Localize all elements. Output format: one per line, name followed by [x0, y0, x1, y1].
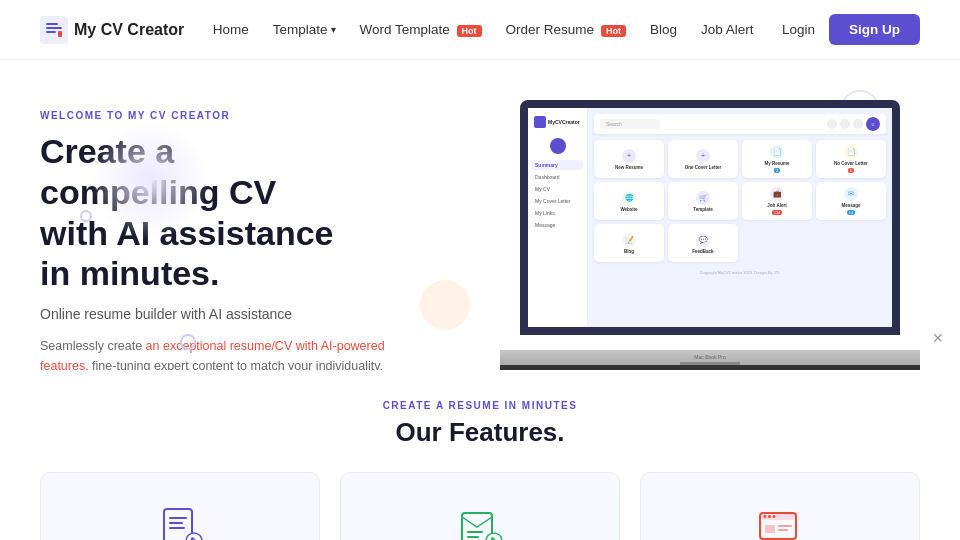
features-section: CREATE A RESUME IN MINUTES Our Features.…: [0, 370, 960, 540]
mini-nav-coverletter[interactable]: My Cover Letter: [532, 196, 583, 206]
mini-nav-dashboard[interactable]: Dashboard: [532, 172, 583, 182]
laptop-wrapper: MyCVCreator Summary Dashboard My CV My C…: [500, 100, 920, 370]
svg-rect-2: [46, 27, 62, 29]
svg-rect-6: [169, 517, 187, 519]
mini-card-template-icon: 🛒: [696, 191, 710, 205]
mini-search[interactable]: Search: [600, 119, 660, 129]
mini-card-website[interactable]: 🌐 Website: [594, 182, 664, 220]
svg-rect-7: [169, 522, 183, 524]
mini-card-my-resume-label: My Resume: [764, 161, 789, 166]
mini-copyright: Copyright MyCVCreator 2023. Design By JT…: [594, 270, 886, 275]
signup-button[interactable]: Sign Up: [829, 14, 920, 45]
mini-card-new-resume-icon: +: [622, 149, 636, 163]
login-button[interactable]: Login: [782, 22, 815, 37]
mini-card-message-icon: ✉: [844, 187, 858, 201]
hero-laptop: MyCVCreator Summary Dashboard My CV My C…: [436, 100, 920, 370]
mini-card-website-label: Website: [620, 207, 637, 212]
mini-topbar-icons: U: [827, 117, 880, 131]
mini-logo-text: MyCVCreator: [548, 119, 580, 125]
nav-links: Home Template ▾ Word Template Hot Order …: [213, 22, 754, 37]
laptop-model: Mac Book Pro: [500, 350, 920, 364]
cover-letter-icon: ✎: [454, 503, 506, 540]
features-label: CREATE A RESUME IN MINUTES: [40, 400, 920, 411]
mini-icon-1: [827, 119, 837, 129]
mini-nav-mylinks[interactable]: My Links: [532, 208, 583, 218]
features-header: CREATE A RESUME IN MINUTES Our Features.: [40, 400, 920, 448]
mini-badge-resume: 2: [774, 168, 780, 173]
mini-card-my-resume[interactable]: 📄 My Resume 2: [742, 140, 812, 178]
mini-card-template[interactable]: 🛒 Template: [668, 182, 738, 220]
svg-rect-12: [467, 531, 483, 533]
hot-badge-order: Hot: [601, 25, 626, 37]
mini-card-jobalert[interactable]: 💼 Job Alert 134: [742, 182, 812, 220]
feature-resume-icon-wrapper: ✎: [154, 503, 206, 540]
mini-logo: MyCVCreator: [532, 114, 583, 130]
mini-cards-grid: + New Resume + One Cover Letter: [594, 140, 886, 262]
mini-card-new-resume-label: New Resume: [615, 165, 643, 170]
mini-card-feedback[interactable]: 💬 FeedBack: [668, 224, 738, 262]
mini-card-blog[interactable]: 📝 Blog: [594, 224, 664, 262]
navbar: My CV Creator Home Template ▾ Word Templ…: [0, 0, 960, 60]
mini-card-feedback-label: FeedBack: [692, 249, 713, 254]
nav-auth: Login Sign Up: [782, 14, 920, 45]
hero-section: WELCOME TO MY CV CREATOR Create a compel…: [0, 60, 960, 370]
feature-card-website: Create Resume Website: [640, 472, 920, 540]
mini-app: MyCVCreator Summary Dashboard My CV My C…: [528, 108, 892, 327]
website-icon: [754, 503, 806, 540]
mini-card-no-cover[interactable]: 📄 No Cover Letter 0: [816, 140, 886, 178]
feature-cover-icon-wrapper: ✎: [454, 503, 506, 540]
svg-rect-22: [778, 525, 792, 527]
mini-topbar: Search U: [594, 114, 886, 134]
svg-point-20: [773, 515, 776, 518]
mini-card-jobalert-label: Job Alert: [767, 203, 786, 208]
svg-rect-3: [46, 31, 56, 33]
svg-rect-23: [778, 529, 788, 531]
mini-card-blog-icon: 📝: [622, 233, 636, 247]
mini-logo-icon: [534, 116, 546, 128]
mini-card-no-cover-label: No Cover Letter: [834, 161, 868, 166]
mini-user-avatar: U: [866, 117, 880, 131]
svg-point-18: [764, 515, 767, 518]
nav-home[interactable]: Home: [213, 22, 249, 37]
close-button[interactable]: ✕: [928, 328, 948, 348]
svg-point-19: [768, 515, 771, 518]
mini-card-cover-label: One Cover Letter: [685, 165, 722, 170]
feature-website-icon-wrapper: [754, 503, 806, 540]
mini-avatar: [550, 138, 566, 154]
mini-nav-mycy[interactable]: My CV: [532, 184, 583, 194]
mini-nav-message[interactable]: Message: [532, 220, 583, 230]
mini-card-template-label: Template: [693, 207, 712, 212]
mini-card-cover[interactable]: + One Cover Letter: [668, 140, 738, 178]
mini-card-my-resume-icon: 📄: [770, 145, 784, 159]
mini-card-blog-label: Blog: [624, 249, 634, 254]
mini-card-website-icon: 🌐: [622, 191, 636, 205]
svg-rect-0: [40, 16, 68, 44]
hero-description: Seamlessly create an exceptional resume/…: [40, 336, 436, 370]
nav-template[interactable]: Template ▾: [273, 22, 336, 37]
mini-card-message-label: Message: [841, 203, 860, 208]
nav-blog[interactable]: Blog: [650, 22, 677, 37]
feature-card-cover: ✎ Create Cover Letter: [340, 472, 620, 540]
mini-card-message[interactable]: ✉ Message 14: [816, 182, 886, 220]
hero-subtitle: Online resume builder with AI assistance: [40, 306, 436, 322]
svg-rect-4: [58, 31, 62, 37]
mini-icon-2: [840, 119, 850, 129]
hot-badge-word: Hot: [457, 25, 482, 37]
logo[interactable]: My CV Creator: [40, 16, 184, 44]
features-title: Our Features.: [40, 417, 920, 448]
nav-job-alert[interactable]: Job Alert: [701, 22, 754, 37]
mini-card-cover-icon: +: [696, 149, 710, 163]
nav-word-template[interactable]: Word Template Hot: [360, 22, 482, 37]
svg-rect-8: [169, 527, 185, 529]
logo-text: My CV Creator: [74, 21, 184, 39]
mini-nav-summary[interactable]: Summary: [532, 160, 583, 170]
svg-rect-1: [46, 23, 58, 25]
mini-card-new-resume[interactable]: + New Resume: [594, 140, 664, 178]
resume-icon: ✎: [154, 503, 206, 540]
chevron-down-icon: ▾: [331, 24, 336, 35]
logo-icon: [40, 16, 68, 44]
nav-order-resume[interactable]: Order Resume Hot: [506, 22, 626, 37]
svg-text:✎: ✎: [190, 536, 198, 540]
features-grid: ✎ Create Resume ✎ Create Cover Letter: [40, 472, 920, 540]
svg-rect-21: [765, 525, 775, 533]
